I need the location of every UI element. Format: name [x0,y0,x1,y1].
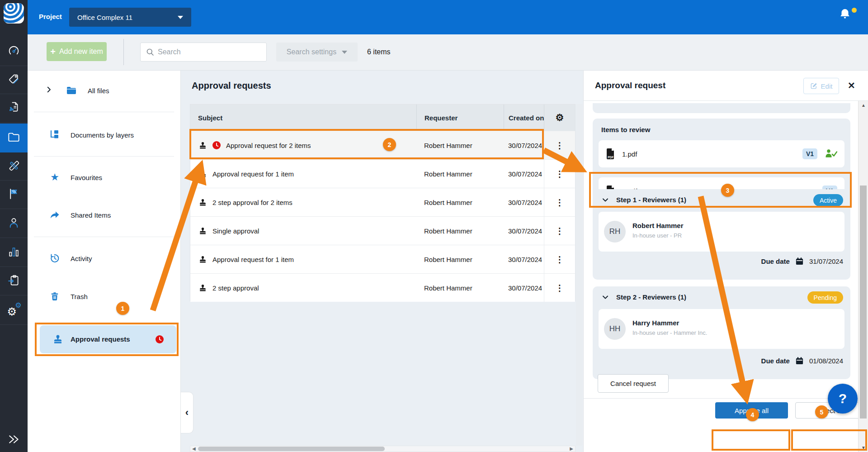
row-menu-button[interactable]: ⋮ [556,197,564,208]
top-bar: Project Office Complex 11 [28,0,868,34]
pending-clock-badge [156,335,164,345]
chevron-down-icon[interactable] [601,195,610,206]
close-icon[interactable]: ✕ [848,80,855,91]
row-created: 30/07/2024 [504,131,544,159]
document-stamp-icon [8,101,20,116]
sidebar-item-tags[interactable] [0,67,28,94]
annotation-badge-1: 1 [116,302,129,315]
due-date-value: 31/07/2024 [809,257,843,265]
nav-item-favourites[interactable]: ★ Favourites [28,167,180,187]
table-row[interactable]: 2 step approval for 2 items Robert Hamme… [190,188,575,216]
avatar: HH [604,318,626,340]
annotation-badge-3: 3 [721,184,734,197]
project-selector[interactable]: Office Complex 11 [69,8,191,27]
table-row[interactable]: Single approval Robert Hammer 30/07/2024… [190,216,575,245]
approval-stamp-icon [198,170,207,178]
chevron-right-icon[interactable] [45,86,53,95]
row-menu-button[interactable]: ⋮ [556,226,564,236]
search-settings-button[interactable]: Search settings [276,43,358,62]
annotation-badge-5: 5 [815,405,828,419]
nav-item-trash[interactable]: Trash [28,286,180,306]
double-chevron-right-icon [8,433,20,447]
sidebar-item-measurements[interactable] [0,153,28,181]
edit-button[interactable]: Edit [803,78,839,94]
add-new-item-button[interactable]: + Add new item [47,42,107,61]
nav-label: Approval requests [71,335,130,343]
step-2-header[interactable]: Step 2 - Reviewers (1) Pending [593,286,850,308]
project-selector-value: Office Complex 11 [77,14,132,21]
horizontal-scrollbar-thumb[interactable] [198,447,385,451]
vertical-scrollbar-thumb[interactable] [860,186,867,419]
sidebar-item-stamped-documents[interactable] [0,95,28,123]
collapse-panel-button[interactable]: ‹ [181,392,193,433]
sidebar-item-settings[interactable]: ⚙⚙ [0,296,28,325]
panel-title: Approval requests [192,81,271,91]
app-sidebar: ⚙⚙ [0,0,28,452]
nav-item-shared-items[interactable]: Shared Items [28,205,180,225]
column-requester: Requester [416,105,504,131]
step-1-card: Step 1 - Reviewers (1) Active RH Robert … [593,189,850,280]
nav-item-all-files[interactable]: All files [28,81,180,100]
cancel-request-button[interactable]: Cancel request [598,374,669,393]
pdf-file-icon [606,148,615,159]
row-menu-button[interactable]: ⋮ [556,283,564,293]
row-subject: Single approval [212,227,259,235]
approval-stamp-icon [198,284,207,292]
search-box[interactable] [140,43,267,62]
table-row[interactable]: Approval request for 1 item Robert Hamme… [190,159,575,188]
row-requester: Robert Hammer [416,160,504,188]
row-requester: Robert Hammer [416,131,504,159]
sidebar-item-dashboard[interactable] [0,38,28,66]
row-requester: Robert Hammer [416,274,504,302]
toolbar-divider [123,39,124,65]
scroll-down-arrow[interactable]: ▼ [859,445,868,450]
search-input[interactable] [158,48,261,56]
edit-pencil-icon [810,82,817,90]
scroll-right-arrow[interactable]: ▶ [570,446,573,452]
row-menu-button[interactable]: ⋮ [556,254,564,265]
file-item[interactable]: 1.pdf V1 [599,140,844,167]
nav-item-approval-requests[interactable]: Approval requests [40,325,176,353]
vertical-scrollbar-track[interactable] [576,104,582,446]
row-subject: 2 step approval [212,284,259,292]
chevron-down-icon[interactable] [601,293,610,304]
scroll-left-arrow[interactable]: ◀ [192,446,196,452]
scroll-up-arrow[interactable]: ▲ [859,103,868,108]
table-row[interactable]: Approval request for 1 item Robert Hamme… [190,245,575,273]
bell-icon [839,7,851,21]
row-menu-button[interactable]: ⋮ [556,140,564,151]
column-subject: Subject [190,105,416,131]
approval-requests-table: Subject Requester Created on ⚙ Approval … [190,104,576,301]
sidebar-item-files[interactable] [0,124,28,152]
sidebar-item-reports[interactable] [0,238,28,267]
bar-chart-icon [8,246,20,260]
approval-stamp-icon [198,141,207,150]
vertical-scrollbar[interactable]: ▲ ▼ [858,101,868,452]
nav-item-activity[interactable]: Activity [28,248,180,268]
urgent-clock-icon [212,141,221,149]
step-title: Step 2 - Reviewers (1) [616,293,686,301]
table-settings-button[interactable]: ⚙ [544,105,575,131]
sidebar-item-submittals[interactable] [0,267,28,295]
due-date-label: Due date [761,357,790,365]
row-requester: Robert Hammer [416,188,504,216]
row-menu-button[interactable]: ⋮ [556,169,564,179]
reviewer-card: HH Harry Hammer In-house user - Hammer I… [599,309,844,349]
sidebar-item-contacts[interactable] [0,209,28,238]
horizontal-scrollbar[interactable]: ◀ ▶ [190,446,576,452]
nav-item-documents-by-layers[interactable]: Documents by layers [28,125,180,145]
app-logo[interactable] [4,3,24,24]
sidebar-item-flags[interactable] [0,181,28,209]
reviewer-role: In-house user - PR [632,232,682,239]
file-name: 1.pdf [622,150,795,158]
search-icon [146,48,154,56]
step-title: Step 1 - Reviewers (1) [616,196,686,204]
calendar-icon [795,357,804,365]
nav-label: Documents by layers [71,131,134,139]
help-button[interactable]: ? [828,384,858,414]
notifications-button[interactable] [839,7,859,27]
table-row[interactable]: 2 step approval Robert Hammer 30/07/2024… [190,273,575,302]
plus-icon: + [50,47,56,56]
gear-icon: ⚙ [556,112,564,123]
sidebar-expand-button[interactable] [0,429,28,452]
